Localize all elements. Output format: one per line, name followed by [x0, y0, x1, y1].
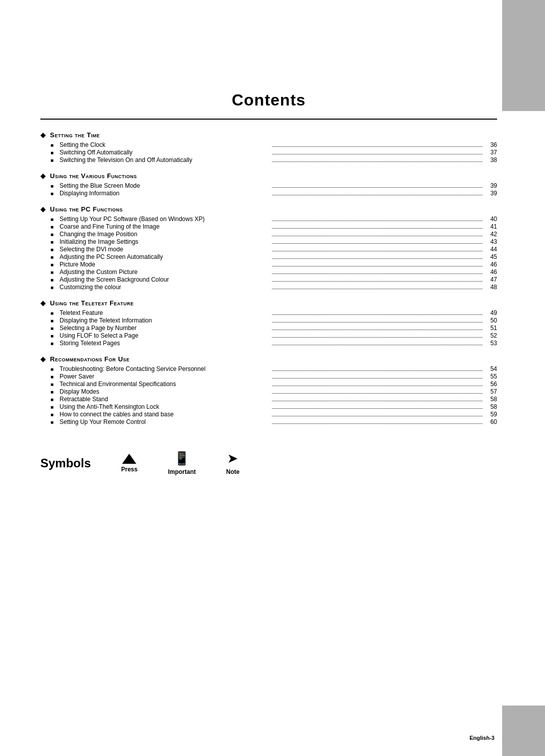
right-tab-top	[502, 0, 545, 111]
item-text: Retractable Stand	[60, 396, 270, 403]
list-item: ■ Coarse and Fine Tuning of the Image 41	[50, 223, 497, 230]
section-items-recommendations-for-use: ■ Troubleshooting: Before Contacting Ser…	[40, 365, 497, 425]
bullet-icon: ■	[50, 217, 57, 222]
note-icon: ➤	[227, 451, 238, 466]
dot-leader	[272, 337, 482, 338]
section-using-pc-functions: ◆ Using the PC Functions ■ Setting Up Yo…	[40, 205, 497, 291]
section-items-using-various-functions: ■ Setting the Blue Screen Mode 39 ■ Disp…	[40, 182, 497, 197]
dot-leader	[272, 281, 482, 282]
list-item: ■ Setting Up Your Remote Control 60	[50, 418, 497, 425]
bullet-icon: ■	[50, 224, 57, 230]
page-number: 53	[484, 340, 497, 347]
list-item: ■ Teletext Feature 49	[50, 309, 497, 316]
page-number: 39	[484, 182, 497, 189]
item-text: Adjusting the PC Screen Automatically	[60, 253, 270, 260]
page-number: 58	[484, 403, 497, 410]
symbol-press-group: Press	[121, 454, 138, 473]
bullet-icon: ■	[50, 326, 57, 331]
section-using-various-functions: ◆ Using the Various Functions ■ Setting …	[40, 172, 497, 197]
bullet-icon: ■	[50, 341, 57, 346]
note-caption: Note	[226, 468, 240, 475]
bullet-icon: ■	[50, 247, 57, 252]
page-number: 44	[484, 246, 497, 253]
page-number: 55	[484, 373, 497, 380]
item-text: Displaying Information	[60, 190, 270, 197]
item-text: Switching Off Automatically	[60, 149, 270, 156]
sections-container: ◆ Setting the Time ■ Setting the Clock 3…	[40, 131, 497, 425]
page-number: 36	[484, 141, 497, 148]
dot-leader	[272, 386, 482, 386]
dot-leader	[272, 416, 482, 416]
section-title-recommendations-for-use: Recommendations For Use	[50, 355, 130, 363]
item-text: Customizing the colour	[60, 284, 270, 291]
page-number: 51	[484, 325, 497, 332]
item-text: Setting Up Your Remote Control	[60, 418, 270, 425]
list-item: ■ Storing Teletext Pages 53	[50, 340, 497, 347]
footer-text: English-3	[469, 735, 495, 741]
list-item: ■ Adjusting the Screen Background Colour…	[50, 276, 497, 283]
list-item: ■ Displaying Information 39	[50, 190, 497, 197]
symbols-label: Symbols	[40, 456, 101, 470]
dot-leader	[272, 154, 482, 154]
diamond-icon: ◆	[40, 299, 46, 307]
section-recommendations-for-use: ◆ Recommendations For Use ■ Troubleshoot…	[40, 355, 497, 425]
bullet-icon: ■	[50, 157, 57, 163]
bullet-icon: ■	[50, 183, 57, 189]
bullet-icon: ■	[50, 277, 57, 283]
bullet-icon: ■	[50, 285, 57, 290]
dot-leader	[272, 401, 482, 401]
bullet-icon: ■	[50, 191, 57, 196]
section-title-using-various-functions: Using the Various Functions	[50, 172, 137, 180]
item-text: Using FLOF to Select a Page	[60, 332, 270, 339]
page-number: 59	[484, 411, 497, 418]
page-number: 45	[484, 253, 497, 260]
page-number: 52	[484, 332, 497, 339]
right-tab-bottom	[502, 706, 545, 756]
section-using-teletext-feature: ◆ Using the Teletext Feature ■ Teletext …	[40, 299, 497, 347]
list-item: ■ Using FLOF to Select a Page 52	[50, 332, 497, 339]
important-caption: Important	[168, 468, 196, 475]
item-text: How to connect the cables and stand base	[60, 411, 270, 418]
list-item: ■ Setting the Clock 36	[50, 141, 497, 148]
page-number: 60	[484, 418, 497, 425]
page-number: 48	[484, 284, 497, 291]
page-number: 40	[484, 215, 497, 223]
page-number: 47	[484, 276, 497, 283]
content-area: Contents ◆ Setting the Time ■ Setting th…	[40, 0, 497, 475]
press-caption: Press	[121, 466, 138, 473]
page-number: 56	[484, 381, 497, 388]
section-header-recommendations-for-use: ◆ Recommendations For Use	[40, 355, 497, 363]
press-icon	[122, 454, 136, 464]
bullet-icon: ■	[50, 374, 57, 380]
list-item: ■ Initializing the Image Settings 43	[50, 238, 497, 245]
dot-leader	[272, 195, 482, 195]
item-text: Power Saver	[60, 373, 270, 380]
item-text: Setting the Blue Screen Mode	[60, 182, 270, 189]
dot-leader	[272, 314, 482, 315]
diamond-icon: ◆	[40, 172, 46, 180]
dot-leader	[272, 393, 482, 394]
list-item: ■ Setting the Blue Screen Mode 39	[50, 182, 497, 189]
page-number: 49	[484, 309, 497, 316]
item-text: Coarse and Fine Tuning of the Image	[60, 223, 270, 230]
dot-leader	[272, 258, 482, 259]
list-item: ■ Switching the Television On and Off Au…	[50, 156, 497, 164]
dot-leader	[272, 161, 482, 162]
list-item: ■ Power Saver 55	[50, 373, 497, 380]
bullet-icon: ■	[50, 142, 57, 148]
list-item: ■ Using the Anti-Theft Kensington Lock 5…	[50, 403, 497, 410]
dot-leader	[272, 378, 482, 379]
section-title-using-teletext-feature: Using the Teletext Feature	[50, 299, 134, 307]
section-header-using-pc-functions: ◆ Using the PC Functions	[40, 205, 497, 213]
bullet-icon: ■	[50, 419, 57, 425]
section-setting-the-time: ◆ Setting the Time ■ Setting the Clock 3…	[40, 131, 497, 164]
dot-leader	[272, 146, 482, 147]
item-text: Adjusting the Screen Background Colour	[60, 276, 270, 283]
dot-leader	[272, 345, 482, 345]
bullet-icon: ■	[50, 397, 57, 402]
dot-leader	[272, 289, 482, 289]
page-number: 43	[484, 238, 497, 245]
item-text: Technical and Environmental Specificatio…	[60, 381, 270, 388]
item-text: Storing Teletext Pages	[60, 340, 270, 347]
page-number: 38	[484, 156, 497, 164]
